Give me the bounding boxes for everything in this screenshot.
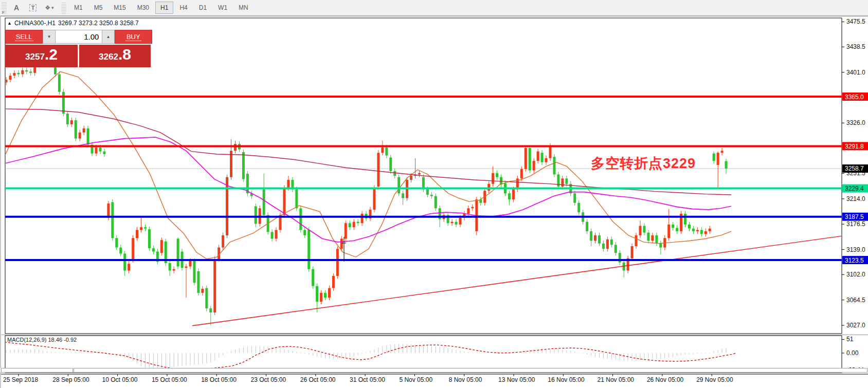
time-label: 21 Nov 05:00 <box>598 376 635 383</box>
candle-down <box>115 238 118 247</box>
candle-down <box>312 269 314 286</box>
candle-up <box>467 208 469 214</box>
timeframe-button-mn[interactable]: MN <box>233 2 254 14</box>
time-label: 28 Sep 05:00 <box>52 376 89 383</box>
candle-up <box>721 151 724 153</box>
timeframe-button-m30[interactable]: M30 <box>132 2 154 14</box>
candle-up <box>520 169 523 178</box>
scrollbar-thumb[interactable] <box>74 368 867 373</box>
price-tick-label: 3438.5 <box>846 43 865 50</box>
candle-down <box>62 92 65 114</box>
buy-button[interactable]: BUY <box>115 30 152 44</box>
candle-down <box>349 223 351 227</box>
ask-price[interactable]: 3262.8 <box>79 45 151 67</box>
time-label: 18 Oct 05:00 <box>201 376 237 383</box>
candle-down <box>357 222 359 224</box>
candle-down <box>659 244 662 248</box>
candle-down <box>614 245 617 253</box>
candle-down <box>397 177 400 194</box>
toolbar-separator <box>61 2 66 14</box>
candle-down <box>713 154 715 161</box>
timeframe-button-d1[interactable]: D1 <box>194 2 212 14</box>
volume-input[interactable]: 1.00 <box>56 30 102 44</box>
timeframe-button-m5[interactable]: M5 <box>89 2 108 14</box>
price-badge-label: 3123.5 <box>845 257 864 264</box>
price-tick-label: 3176.5 <box>846 220 865 228</box>
candle-down <box>209 308 212 312</box>
time-label: 5 Nov 05:00 <box>399 376 432 383</box>
candle-up <box>525 148 527 169</box>
time-label: 26 Nov 05:00 <box>647 376 684 383</box>
timeframe-button-h1[interactable]: H1 <box>155 2 173 14</box>
bid-price[interactable]: 3257.2 <box>5 45 78 67</box>
timeframe-button-m15[interactable]: M15 <box>109 2 131 14</box>
candle-down <box>700 230 703 234</box>
candle-down <box>435 196 437 209</box>
candle-up <box>631 246 634 258</box>
candle-up <box>594 235 596 241</box>
time-label: 25 Sep 2018 <box>3 376 38 383</box>
candle-up <box>373 188 375 210</box>
price-tick-label: 3475.5 <box>846 18 865 25</box>
candle-up <box>471 207 474 209</box>
candle-up <box>132 238 134 260</box>
candle-down <box>66 114 69 124</box>
candle-up <box>606 239 609 249</box>
volume-decrease-button[interactable]: ▼ <box>43 30 55 44</box>
candle-up <box>21 70 24 75</box>
macd-tick-label: 51 <box>846 336 854 343</box>
candle-up <box>336 249 339 276</box>
candle-up <box>512 189 515 199</box>
candle-down <box>177 239 179 267</box>
candle-up <box>222 235 224 248</box>
scrollbar-left-box[interactable] <box>1 368 73 373</box>
candle-up <box>418 173 421 175</box>
timeframe-button-w1[interactable]: W1 <box>213 2 232 14</box>
text-label-icon[interactable]: T <box>26 2 40 14</box>
volume-increase-button[interactable]: ▲ <box>102 30 114 44</box>
toolbar-grip[interactable]: F <box>2 2 7 13</box>
price-badge-label: 3291.8 <box>845 143 864 150</box>
candle-down <box>58 75 61 92</box>
price-badge-label: 3365.0 <box>845 94 864 101</box>
candle-down <box>496 173 498 177</box>
price-tick-label: 3139.0 <box>846 246 865 253</box>
candle-up <box>549 146 552 158</box>
candle-down <box>193 261 195 283</box>
candle-down <box>99 147 101 152</box>
candle-up <box>107 204 110 218</box>
chart-canvas[interactable]: 3475.53438.53401.03326.03251.53214.03176… <box>1 16 868 388</box>
candle-down <box>655 235 658 244</box>
price-badge-label: 3187.5 <box>845 213 864 220</box>
candle-down <box>598 235 601 244</box>
shapes-icon[interactable]: ❖ ▾ <box>43 2 56 14</box>
candle-down <box>123 253 126 270</box>
timeframe-button-h4[interactable]: H4 <box>174 2 192 14</box>
candle-down <box>508 193 511 199</box>
candle-up <box>340 239 343 249</box>
price-tick-label: 3102.0 <box>846 271 865 278</box>
candle-up <box>696 230 699 231</box>
chart-window: 3475.53438.53401.03326.03251.53214.03176… <box>0 16 868 388</box>
sell-button[interactable]: SELL <box>5 30 43 44</box>
collapse-arrow-icon[interactable]: ▲ <box>7 21 12 26</box>
candle-up <box>136 230 138 238</box>
candle-up <box>332 276 335 288</box>
candle-up <box>487 184 490 191</box>
candle-down <box>402 193 404 198</box>
candle-up <box>79 133 81 139</box>
candle-down <box>103 152 105 154</box>
mt4-window: F A T ❖ ▾ M1M5M15M30H1H4D1W1MN 3475.5343… <box>0 0 868 388</box>
candle-up <box>709 229 711 231</box>
horizontal-scrollbar <box>0 368 868 372</box>
text-annotation-icon[interactable]: A <box>10 2 23 14</box>
timeframe-button-m1[interactable]: M1 <box>69 2 88 14</box>
candle-up <box>185 267 188 268</box>
candle-down <box>197 271 200 293</box>
candle-up <box>545 158 548 162</box>
candle-down <box>455 222 458 225</box>
candle-down <box>389 158 392 171</box>
candle-down <box>148 229 151 248</box>
symbol-ohlc: 3269.7 3273.2 3250.8 3258.7 <box>58 20 139 27</box>
price-tick-label: 3064.5 <box>846 297 865 304</box>
